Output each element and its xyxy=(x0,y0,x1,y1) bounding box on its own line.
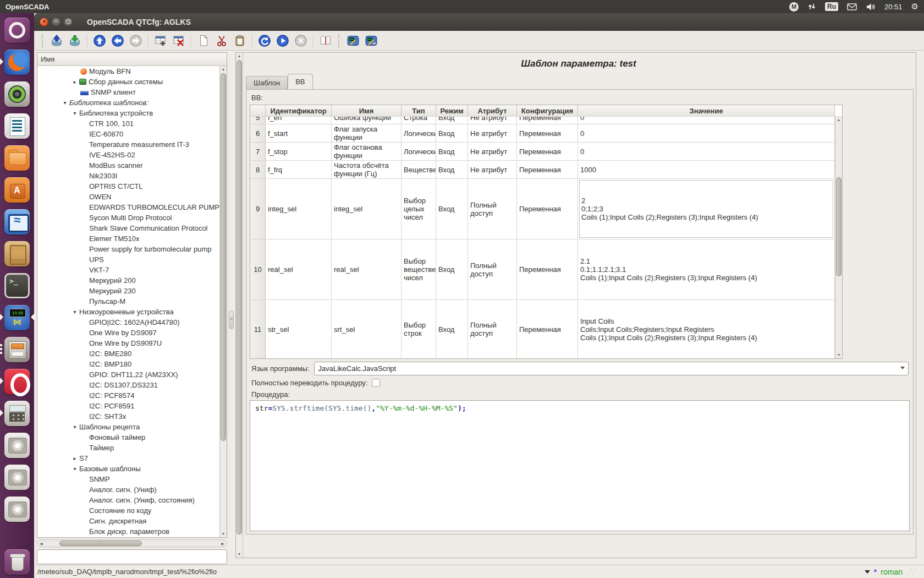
tree-item[interactable]: ▸S7 xyxy=(37,453,219,464)
close-button[interactable]: ✕ xyxy=(40,18,48,26)
row-number-cell[interactable]: 7 xyxy=(250,143,266,160)
expander-open-icon[interactable]: ▾ xyxy=(61,100,69,106)
table-cell-id[interactable]: f_start xyxy=(266,124,332,142)
tree-item[interactable]: I2C: DS1307,DS3231 xyxy=(37,380,219,390)
tree-item[interactable]: OPTRIS CT/CTL xyxy=(37,181,219,192)
tree-item[interactable]: ▾Библиотека шаблонов: xyxy=(37,97,219,108)
table-cell-name[interactable]: real_sel xyxy=(332,239,402,299)
scroll-down-arrow-icon[interactable]: ▼ xyxy=(220,531,227,537)
tree-item[interactable]: Модуль BFN xyxy=(37,66,219,77)
workspace-scroll-thumb[interactable] xyxy=(237,60,242,535)
tree-item[interactable]: VKT-7 xyxy=(37,265,219,275)
table-cell-value[interactable]: 1000 xyxy=(578,161,835,178)
tree-item[interactable]: EDWARDS TURBOMOLECULAR PUMP xyxy=(37,202,219,212)
translate-checkbox[interactable] xyxy=(372,379,380,387)
tree-horizontal-scrollbar[interactable]: ◀ ⋯ ▶ xyxy=(37,539,227,547)
table-cell-attr[interactable]: Не атрибут xyxy=(468,143,517,160)
tree-item[interactable]: ▸Сбор данных системы xyxy=(37,77,219,87)
table-row[interactable]: 11str_selsrt_selВыбор строкВходПолный до… xyxy=(250,300,842,359)
row-number-cell[interactable]: 9 xyxy=(250,179,266,239)
toolbar-handle[interactable] xyxy=(42,34,44,47)
tree-item[interactable]: ▾Библиотека устройств xyxy=(37,108,219,118)
volume-icon[interactable] xyxy=(866,0,876,13)
archive-drawer-icon[interactable] xyxy=(4,337,30,362)
procedure-code-editor[interactable]: str=SYS.strftime(SYS.time(),"%Y-%m-%d-%H… xyxy=(250,400,910,531)
network-sync-icon[interactable] xyxy=(807,0,816,13)
expander-open-icon[interactable]: ▾ xyxy=(70,466,79,472)
harddisk-icon[interactable] xyxy=(4,497,30,522)
tree-item[interactable]: ▾Шаблоны рецепта xyxy=(37,422,219,432)
table-cell-type[interactable]: Логический xyxy=(402,143,436,160)
nav-up-button[interactable] xyxy=(92,33,107,48)
column-header[interactable]: Тип xyxy=(402,105,436,116)
terminal-icon[interactable] xyxy=(4,273,30,298)
ubuntu-dash-icon[interactable] xyxy=(4,18,30,43)
table-cell-name[interactable]: integ_sel xyxy=(332,179,402,239)
tree-item[interactable]: ▾Низкоуровневые устройства xyxy=(37,307,219,317)
tree-item[interactable]: One Wire by DS9097U xyxy=(37,338,219,348)
table-row[interactable]: 5f_enОшибка функцииСтрокаВходНе атрибутП… xyxy=(250,117,842,124)
table-cell-type[interactable]: Вещественный xyxy=(402,161,436,178)
scroll-up-arrow-icon[interactable]: ▲ xyxy=(220,66,227,73)
tree-item[interactable]: Фоновый таймер xyxy=(37,432,219,443)
row-number-cell[interactable]: 10 xyxy=(250,239,266,299)
paste-button[interactable] xyxy=(232,33,248,48)
table-cell-attr[interactable]: Не атрибут xyxy=(468,161,517,178)
toolbar-handle[interactable] xyxy=(338,34,340,47)
table-cell-value[interactable]: 0 xyxy=(578,124,835,142)
tree-item[interactable]: I2C: BMP180 xyxy=(37,359,219,369)
table-row[interactable]: 6f_startФлаг запуска функцииЛогическийВх… xyxy=(250,124,842,143)
scroll-up-arrow-icon[interactable]: ▲ xyxy=(835,117,842,123)
window-titlebar[interactable]: ✕ – ▢ OpenSCADA QTCfg: AGLKS xyxy=(34,13,924,31)
tree-item[interactable]: IEC-60870 xyxy=(37,129,219,139)
minimize-button[interactable]: – xyxy=(52,18,61,26)
table-cell-id[interactable]: real_sel xyxy=(266,239,332,299)
table-cell-mode[interactable]: Вход xyxy=(436,300,468,358)
table-cell-type[interactable]: Выбор вещественных чисел xyxy=(402,239,436,299)
tree-item[interactable]: Состояние по коду xyxy=(37,505,219,516)
language-combobox[interactable]: JavaLikeCalc.JavaScript xyxy=(314,362,909,375)
table-cell-value[interactable]: Input Coils Coils;Input Coils;Registers;… xyxy=(578,300,835,358)
tree-item[interactable]: Меркурий 200 xyxy=(37,275,219,286)
table-cell-attr[interactable]: Не атрибут xyxy=(468,124,517,142)
table-cell-id[interactable]: integ_sel xyxy=(266,179,332,239)
table-cell-mode[interactable]: Вход xyxy=(436,117,468,124)
session-gear-icon[interactable]: ⚙ xyxy=(911,0,919,13)
workspace-vertical-scrollbar[interactable]: ▲ ▼ xyxy=(236,53,243,558)
table-cell-type[interactable]: Логический xyxy=(402,124,436,142)
table-row[interactable]: 10real_selreal_selВыбор вещественных чис… xyxy=(250,239,842,300)
load-db-button[interactable] xyxy=(49,33,64,48)
tree-item[interactable]: ▾Базовые шаблоны xyxy=(37,464,219,474)
tree-item[interactable]: Таймер xyxy=(37,443,219,453)
tree-item[interactable]: I2C: SHT3x xyxy=(37,411,219,422)
cut-button[interactable] xyxy=(214,33,229,48)
files-icon[interactable] xyxy=(4,145,30,171)
qts-config-button[interactable] xyxy=(345,33,361,48)
tree-item[interactable]: Nik2303I xyxy=(37,171,219,181)
table-cell-cfg[interactable]: Переменная xyxy=(517,300,578,358)
tree-item[interactable]: Shark Slave Communication Protocol xyxy=(37,223,219,233)
tree-item[interactable]: Сигн. дискретная xyxy=(37,516,219,526)
tree-item[interactable]: GPIO: DHT11,22 (AM23XX) xyxy=(37,369,219,380)
column-header[interactable]: Режим xyxy=(436,105,468,116)
table-cell-name[interactable]: Ошибка функции xyxy=(332,117,402,124)
table-cell-mode[interactable]: Вход xyxy=(436,239,468,299)
calculator-icon[interactable] xyxy=(4,401,30,426)
save-db-button[interactable] xyxy=(67,33,82,48)
table-cell-name[interactable]: Флаг запуска функции xyxy=(332,124,402,142)
tree-item[interactable]: I2C: PCF8574 xyxy=(37,390,219,401)
table-cell-mode[interactable]: Вход xyxy=(436,124,468,142)
messages-indicator-icon[interactable]: M xyxy=(789,0,799,13)
item-add-button[interactable] xyxy=(153,33,168,48)
harddisk-icon[interactable] xyxy=(4,465,30,490)
tree-item[interactable]: Пульсар-М xyxy=(37,296,219,307)
maximize-button[interactable]: ▢ xyxy=(64,18,73,26)
ubuntu-software-icon[interactable] xyxy=(4,177,30,203)
scroll-up-arrow-icon[interactable]: ▲ xyxy=(236,53,243,59)
table-cell-cfg[interactable]: Переменная xyxy=(517,117,578,124)
table-cell-type[interactable]: Строка xyxy=(402,117,436,124)
table-cell-cfg[interactable]: Переменная xyxy=(517,161,578,178)
tree-item[interactable]: I2C: PCF8591 xyxy=(37,401,219,411)
table-vertical-scrollbar[interactable]: ▲▼ xyxy=(835,117,842,358)
table-cell-mode[interactable]: Вход xyxy=(436,161,468,178)
